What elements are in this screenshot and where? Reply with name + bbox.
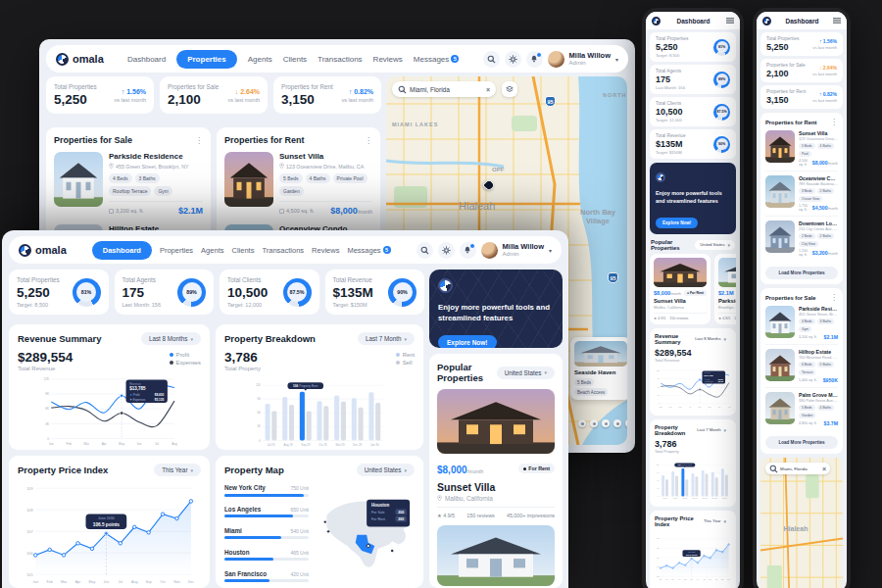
chevron-down-icon[interactable]: ▾: [615, 56, 618, 63]
feature-tag: 3 Beds: [799, 188, 815, 194]
nav-item-reviews[interactable]: Reviews: [312, 246, 339, 255]
map-poi-dot[interactable]: [590, 419, 598, 427]
property-list-item[interactable]: Parkside Residence 455 Green Street, Bro…: [54, 152, 203, 216]
progress-ring: 87.5%: [713, 104, 730, 121]
explore-now-button[interactable]: Explore Now!: [438, 335, 497, 348]
kebab-menu-icon[interactable]: ⋮: [830, 118, 838, 126]
nav-item-dashboard[interactable]: Dashboard: [127, 55, 166, 64]
chevron-down-icon[interactable]: ▾: [549, 247, 552, 254]
property-card[interactable]: $8,000/month● For Rent Sunset VillaMalib…: [650, 254, 710, 324]
property-list-item[interactable]: Sunset Villa 123 Oceanview Drive, Malibu…: [224, 152, 372, 216]
kebab-menu-icon[interactable]: ⋮: [830, 293, 838, 302]
period-dropdown[interactable]: This Year ▾: [699, 516, 731, 526]
nav-item-messages[interactable]: Messages5: [347, 246, 390, 255]
svg-text:Mar: Mar: [671, 578, 674, 580]
explore-now-button[interactable]: Explore Now!: [656, 218, 698, 228]
nav-item-clients[interactable]: Clients: [283, 55, 307, 64]
property-list-item[interactable]: Hilltop Estate 700 Mountain Road, Denver…: [765, 345, 838, 388]
nav-item-agents[interactable]: Agents: [201, 246, 223, 255]
country-filter-dropdown[interactable]: United States ▾: [695, 240, 735, 250]
nav-item-messages[interactable]: Messages5: [414, 55, 459, 64]
user-avatar[interactable]: [548, 51, 564, 68]
search-icon[interactable]: [483, 51, 500, 68]
us-map[interactable]: HoustonFor Sale200For Rent265: [316, 482, 415, 584]
nav-item-reviews[interactable]: Reviews: [373, 55, 403, 64]
settings-gear-icon[interactable]: [505, 51, 521, 68]
property-address: 123 Oceanview Drive, Malibu, CA: [279, 163, 372, 170]
property-list-item[interactable]: Palm Grove Mansion 330 Palm Grove Ave, M…: [765, 388, 838, 430]
feature-tag: Private Pool: [333, 173, 368, 183]
main-nav: DashboardPropertiesAgentsClientsTransact…: [74, 241, 409, 260]
map-search-input[interactable]: Miami, Florida×: [765, 463, 830, 474]
nav-item-transactions[interactable]: Transactions: [262, 246, 304, 255]
map-property-popup[interactable]: Seaside Haven 5 BedsBeach Access: [570, 337, 627, 400]
stat-card-total-clients: Total Clients10,500Target: 12,00087.5%: [650, 97, 736, 126]
map-poi-dot[interactable]: [613, 419, 621, 427]
map-panel[interactable]: Miami, Florida× Hialeah: [760, 458, 843, 588]
settings-gear-icon[interactable]: [438, 242, 455, 259]
feature-tag: City View: [799, 241, 818, 247]
nav-item-properties[interactable]: Properties: [160, 246, 193, 255]
nav-item-clients[interactable]: Clients: [231, 246, 254, 255]
period-dropdown[interactable]: Last 7 Month▾: [358, 332, 415, 345]
clear-search-icon[interactable]: ×: [822, 466, 826, 472]
nav-item-dashboard[interactable]: Dashboard: [92, 241, 152, 260]
progress-ring: 90%: [713, 136, 730, 153]
svg-text:Profit: Profit: [133, 393, 140, 397]
hamburger-menu-icon[interactable]: [833, 18, 841, 24]
period-dropdown[interactable]: Last 7 Month ▾: [692, 425, 731, 435]
load-more-button[interactable]: Load More Properties: [765, 436, 838, 449]
map-search-input[interactable]: Miami, Florida ×: [392, 81, 496, 97]
city-name: Los Angeles: [224, 506, 261, 513]
period-dropdown[interactable]: Last 8 Months ▾: [690, 334, 731, 344]
popular-properties-carousel[interactable]: $8,000/month● For Rent Sunset VillaMalib…: [650, 254, 736, 324]
country-filter-dropdown[interactable]: United States▾: [497, 367, 555, 379]
logo-icon: [438, 278, 453, 293]
hamburger-menu-icon[interactable]: [726, 18, 734, 24]
nav-item-transactions[interactable]: Transactions: [318, 55, 363, 64]
notifications-bell-icon[interactable]: [460, 242, 476, 259]
svg-text:May: May: [684, 579, 687, 580]
property-list-item[interactable]: Parkside Residence 455 Green Street, Bro…: [765, 302, 838, 345]
search-icon[interactable]: [416, 242, 433, 259]
property-list-item[interactable]: Downtown Loft Apartment 210 City Center …: [765, 217, 838, 261]
property-list-item[interactable]: Oceanview Condo 789 Seaside Boulevard, M…: [765, 172, 838, 217]
map-poi-dot[interactable]: [578, 419, 586, 427]
logo-icon: [56, 53, 69, 66]
kebab-menu-icon[interactable]: ⋮: [365, 136, 372, 145]
svg-text:6K: 6K: [45, 407, 50, 411]
notifications-bell-icon[interactable]: [526, 51, 543, 68]
svg-text:Jul: Jul: [118, 580, 122, 584]
svg-text:200: 200: [398, 511, 404, 514]
svg-text:For Sale: For Sale: [371, 511, 385, 514]
svg-text:Jan 30: Jan 30: [722, 498, 727, 499]
property-list-item[interactable]: Sunset Villa 123 Oceanview Drive, Malibu…: [765, 126, 838, 172]
units-bar: [224, 579, 309, 582]
period-dropdown[interactable]: Last 8 Months▾: [141, 332, 201, 345]
map-poi-dot[interactable]: [602, 419, 610, 427]
nav-item-agents[interactable]: Agents: [248, 55, 272, 64]
nav-item-properties[interactable]: Properties: [176, 50, 237, 69]
map-poi-dot[interactable]: [625, 419, 627, 427]
stat-change: ↓ 2.64%: [228, 88, 260, 95]
svg-text:Nov 29: Nov 29: [703, 498, 708, 499]
country-filter-dropdown[interactable]: United States▾: [357, 464, 415, 476]
period-dropdown[interactable]: This Year▾: [154, 464, 201, 476]
svg-text:120: 120: [657, 464, 660, 465]
user-avatar[interactable]: [481, 242, 498, 259]
property-area: 1,200 sq. ft.: [799, 249, 812, 257]
map-layers-button[interactable]: [502, 81, 517, 97]
load-more-button[interactable]: Load More Properties: [765, 267, 838, 279]
svg-text:Sep 29: Sep 29: [682, 498, 687, 499]
property-address: 123 Oceanview Drive, Malibu, CA: [799, 137, 838, 141]
property-photo: [574, 341, 627, 367]
svg-text:0: 0: [659, 402, 660, 404]
city-units-row: Miami540 Unit: [224, 527, 309, 540]
feature-tag: 4 Beds: [109, 173, 132, 183]
price-index-line-chart: 105106107108109June 2030106.5 pointsJanF…: [13, 481, 206, 586]
kebab-menu-icon[interactable]: ⋮: [195, 136, 203, 145]
card-title: Properties for Sale: [54, 135, 132, 145]
svg-text:$8,650: $8,650: [155, 393, 165, 397]
property-card[interactable]: $2.1M● For Sale Parkside ResidenceBrookl…: [714, 254, 736, 324]
clear-search-icon[interactable]: ×: [486, 86, 490, 93]
